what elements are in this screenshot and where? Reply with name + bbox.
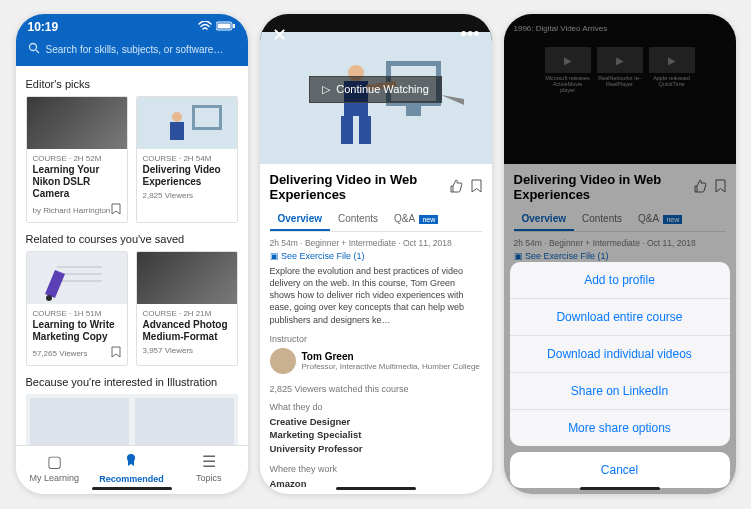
course-tabs: Overview Contents Q&A new [270,208,482,232]
course-title: Delivering Video in Web Experiences [270,172,441,202]
video-player[interactable]: ✕ ••• ▷ Continue Watching [260,14,492,164]
card-thumb [27,252,127,304]
bookmark-icon[interactable] [111,346,121,360]
svg-point-7 [172,112,182,122]
card-thumb [27,97,127,149]
section-editors-picks: Editor's picks [26,78,238,90]
search-placeholder: Search for skills, subjects, or software… [46,44,224,55]
related-row: COURSE · 1h 51m Learning to Write Market… [26,251,238,366]
card-viewers: 2,825 Viewers [143,191,194,200]
more-icon[interactable]: ••• [461,24,480,46]
tab-contents[interactable]: Contents [330,208,386,231]
sheet-more-options[interactable]: More share options [510,410,730,446]
instructor-name: Tom Green [302,351,480,362]
exercise-file-link[interactable]: ▣ See Exercise File (1) [270,251,365,261]
browse-body: Editor's picks COURSE · 2h 52m Learning … [16,66,248,445]
tab-recommended[interactable]: Recommended [93,452,170,484]
list-item: AT&T [270,491,482,494]
course-card[interactable]: COURSE · 2h 54m Delivering Video Experie… [136,96,238,223]
search-icon [28,42,40,56]
header: 10:19 Search for skills, subjects, or so… [16,14,248,66]
card-byline: by Richard Harrington [33,206,111,215]
screen-course-detail: ✕ ••• ▷ Continue Watching Delivering Vid… [260,14,492,494]
tab-my-learning[interactable]: ▢ My Learning [16,452,93,484]
what-they-do-label: What they do [270,402,482,412]
list-item: Marketing Specialist [270,428,482,442]
picks-row: COURSE · 2h 52m Learning Your Nikon DSLR… [26,96,238,223]
companies-list: Amazon AT&T Wipro Limited Microsoft [270,477,482,494]
card-title: Advanced Photog Medium-Format [143,319,231,343]
where-they-work-label: Where they work [270,464,482,474]
course-card[interactable]: COURSE · 2h 52m Learning Your Nikon DSLR… [26,96,128,223]
card-meta: COURSE · 2h 21m [143,309,231,318]
instructor-label: Instructor [270,334,482,344]
screen-share-sheet: 1996: Digital Video Arrives ▶ Microsoft … [504,14,736,494]
avatar [270,348,296,374]
status-bar: 10:19 [28,20,236,34]
status-icons [198,20,236,34]
section-interested: Because you're interested in Illustratio… [26,376,238,388]
list-icon: ☰ [170,452,247,471]
course-body: Delivering Video in Web Experiences Over… [260,164,492,494]
file-icon: ▣ [270,251,279,261]
svg-rect-20 [341,116,353,144]
thumb [135,398,234,445]
card-title: Learning to Write Marketing Copy [33,319,121,343]
course-card[interactable]: COURSE · 2h 21m Advanced Photog Medium-F… [136,251,238,366]
card-thumb [137,252,237,304]
card-viewers: 3,957 Viewers [143,346,194,355]
sheet-cancel[interactable]: Cancel [510,452,730,488]
sheet-download-course[interactable]: Download entire course [510,299,730,336]
course-description: Explore the evolution and best practices… [270,265,482,326]
home-indicator[interactable] [336,487,416,490]
svg-rect-2 [233,24,235,28]
svg-point-3 [29,44,36,51]
card-viewers: 57,265 Viewers [33,349,88,358]
home-indicator[interactable] [92,487,172,490]
search-input[interactable]: Search for skills, subjects, or software… [28,42,236,56]
list-item: Creative Designer [270,415,482,429]
book-icon: ▢ [16,452,93,471]
svg-rect-8 [170,122,184,140]
bookmark-icon[interactable] [471,179,482,196]
sheet-options: Add to profile Download entire course Do… [510,262,730,446]
svg-rect-1 [217,24,230,29]
svg-line-4 [36,50,39,53]
svg-point-13 [46,295,52,301]
home-indicator[interactable] [580,487,660,490]
svg-rect-17 [406,106,421,116]
sheet-share-linkedin[interactable]: Share on LinkedIn [510,373,730,410]
card-title: Learning Your Nikon DSLR Camera [33,164,121,200]
card-meta: COURSE · 1h 51m [33,309,121,318]
card-title: Delivering Video Experiences [143,164,231,188]
svg-rect-21 [359,116,371,144]
bookmark-icon[interactable] [111,203,121,217]
instructor-row[interactable]: Tom Green Professor, Interactive Multime… [270,348,482,374]
list-item: University Professor [270,442,482,456]
card-thumb [137,97,237,149]
status-time: 10:19 [28,20,59,34]
course-card[interactable]: COURSE · 1h 51m Learning to Write Market… [26,251,128,366]
tab-overview[interactable]: Overview [270,208,330,231]
interest-strip[interactable] [26,394,238,445]
tab-topics[interactable]: ☰ Topics [170,452,247,484]
sheet-add-to-profile[interactable]: Add to profile [510,262,730,299]
close-icon[interactable]: ✕ [272,24,287,46]
viewers-line: 2,825 Viewers watched this course [270,384,482,394]
like-icon[interactable] [449,179,463,196]
tab-qa[interactable]: Q&A new [386,208,446,231]
instructor-title: Professor, Interactive Multimedia, Humbe… [302,362,480,371]
course-meta: 2h 54m · Beginner + Intermediate · Oct 1… [270,238,482,248]
new-badge: new [419,215,438,224]
sheet-download-videos[interactable]: Download individual videos [510,336,730,373]
section-related: Related to courses you've saved [26,233,238,245]
svg-rect-9 [27,252,127,304]
roles-list: Creative Designer Marketing Specialist U… [270,415,482,456]
svg-point-14 [127,454,135,462]
screen-browse: 10:19 Search for skills, subjects, or so… [16,14,248,494]
wifi-icon [198,20,212,34]
battery-icon [216,20,236,34]
continue-watching-button[interactable]: ▷ Continue Watching [309,76,442,103]
svg-rect-6 [195,108,219,127]
action-sheet: Add to profile Download entire course Do… [510,262,730,488]
